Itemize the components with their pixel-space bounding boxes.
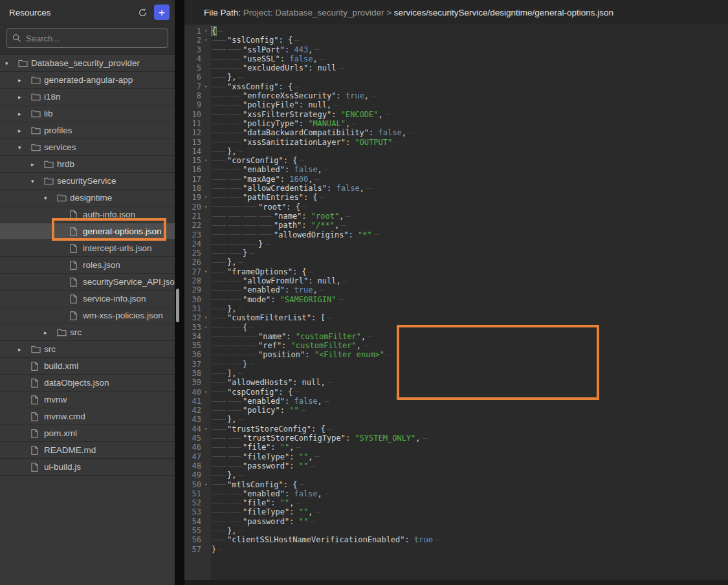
code-line[interactable]: 33▾{ [184,323,728,332]
code-line[interactable]: 40▾"cspConfig": { [184,388,728,397]
tree-item-database-security-provider[interactable]: ▾Database_security_provider [0,55,175,72]
code-line[interactable]: 53"fileType": "", [184,507,728,516]
code-line[interactable]: 22"path": "/**", [184,221,728,230]
chevron-right-icon[interactable]: ▸ [18,111,31,117]
code-line[interactable]: 50▾"mtlsConfig": { [184,480,728,489]
code-line[interactable]: 55}, [184,526,728,535]
code-line[interactable]: 16"enabled": false, [184,165,728,174]
tree-item-securityservice-api-json[interactable]: securityService_API.json [0,274,175,291]
tree-item-mvnw[interactable]: mvnw [0,392,175,408]
code-line[interactable]: 31}, [184,304,728,313]
code-line[interactable]: 34"name": "customFilter", [184,332,728,341]
code-line[interactable]: 43}, [184,415,728,424]
tree-item-designtime[interactable]: ▾designtime [0,190,175,206]
code-line[interactable]: 30"mode": "SAMEORIGIN" [184,295,728,304]
tree-item-services[interactable]: ▾services [0,139,175,156]
chevron-down-icon[interactable]: ▾ [5,60,18,67]
fold-marker-icon[interactable]: ▾ [201,323,210,332]
tree-item-pom-xml[interactable]: pom.xml [0,425,175,442]
tree-item-i18n[interactable]: ▸i18n [0,89,175,105]
chevron-right-icon[interactable]: ▸ [18,127,31,134]
code-line[interactable]: 39"allowedHosts": null, [184,378,728,387]
code-line[interactable]: 37} [184,360,728,369]
fold-marker-icon[interactable]: ▾ [201,193,210,202]
code-line[interactable]: 13"xssSanitizationLayer": "OUTPUT" [184,138,728,147]
chevron-right-icon[interactable]: ▸ [18,346,31,353]
code-line[interactable]: 32▾"customFilterList": [ [184,313,728,322]
code-line[interactable]: 15▾"corsConfig": { [184,156,728,165]
tree-item-lib[interactable]: ▸lib [0,105,175,122]
code-editor[interactable]: 1▾{2▾"sslConfig": {3"sslPort": 443,4"use… [184,25,728,585]
code-line[interactable]: 23"allowedOrigins": "*" [184,230,728,239]
code-line[interactable]: 56"clientSSLHostNameVerificationEnabled"… [184,535,728,544]
fold-marker-icon[interactable]: ▾ [201,156,210,165]
tree-item-generated-angular-app[interactable]: ▸generated-angular-app [0,72,175,89]
code-line[interactable]: 49}, [184,470,728,480]
tree-item-auth-info-json[interactable]: auth-info.json [0,206,175,223]
fold-marker-icon[interactable]: ▾ [201,27,210,36]
code-line[interactable]: 3"sslPort": 443, [184,45,728,54]
chevron-down-icon[interactable]: ▾ [31,178,44,184]
chevron-right-icon[interactable]: ▸ [18,77,31,83]
tree-scrollbar-thumb[interactable] [176,289,179,322]
code-line[interactable]: 14}, [184,147,728,156]
code-line[interactable]: 42"policy": "" [184,406,728,415]
code-line[interactable]: 1▾{ [184,27,728,36]
code-line[interactable]: 35"ref": "customFilter", [184,341,728,350]
fold-marker-icon[interactable]: ▾ [201,267,210,276]
fold-marker-icon[interactable]: ▾ [201,36,210,45]
tree-item-ui-build-js[interactable]: ui-build.js [0,459,175,476]
tree-item-dataobjects-json[interactable]: dataObjects.json [0,375,175,392]
code-line[interactable]: 2▾"sslConfig": { [184,36,728,45]
tree-item-hrdb[interactable]: ▸hrdb [0,156,175,173]
fold-marker-icon[interactable]: ▾ [201,82,210,91]
code-line[interactable]: 48"password": "" [184,461,728,470]
chevron-right-icon[interactable]: ▸ [44,329,57,336]
chevron-down-icon[interactable]: ▾ [18,144,31,151]
code-line[interactable]: 9"policyFile": null, [184,100,728,109]
tree-item-service-info-json[interactable]: service-info.json [0,291,175,307]
code-line[interactable]: 44▾"trustStoreConfig": { [184,425,728,434]
fold-marker-icon[interactable]: ▾ [201,425,210,434]
code-line[interactable]: 45"trustStoreConfigType": "SYSTEM_ONLY", [184,434,728,443]
code-line[interactable]: 38], [184,369,728,378]
tree-item-src[interactable]: ▸src [0,341,175,358]
add-resource-button[interactable]: + [154,5,170,20]
chevron-right-icon[interactable]: ▸ [18,94,31,100]
code-line[interactable]: 11"policyType": "MANUAL", [184,119,728,128]
refresh-button[interactable] [135,5,150,20]
code-line[interactable]: 17"maxAge": 1600, [184,175,728,184]
chevron-right-icon[interactable]: ▸ [31,161,44,168]
code-line[interactable]: 29"enabled": true, [184,285,728,294]
tree-item-src[interactable]: ▸src [0,324,175,341]
tree-item-wm-xss-policies-json[interactable]: wm-xss-policies.json [0,307,175,324]
code-line[interactable]: 54"password": "" [184,517,728,526]
tree-item-build-xml[interactable]: build.xml [0,358,175,375]
code-line[interactable]: 21"name": "root", [184,212,728,221]
code-line[interactable]: 28"allowFromUrl": null, [184,276,728,285]
code-line[interactable]: 25} [184,248,728,258]
code-line[interactable]: 10"xssFilterStrategy": "ENCODE", [184,110,728,119]
code-line[interactable]: 19▾"pathEntries": { [184,193,728,202]
fold-marker-icon[interactable]: ▾ [201,480,210,489]
tree-item-general-options-json[interactable]: general-options.json [0,223,175,240]
search-input[interactable] [26,34,162,43]
code-line[interactable]: 26}, [184,258,728,267]
fold-marker-icon[interactable]: ▾ [201,313,210,322]
tree-item-intercept-urls-json[interactable]: intercept-urls.json [0,240,175,257]
code-line[interactable]: 36"position": "<Filter enum>" [184,350,728,359]
code-line[interactable]: 6}, [184,72,728,82]
tree-item-readme-md[interactable]: README.md [0,442,175,459]
code-line[interactable]: 41"enabled": false, [184,397,728,406]
code-line[interactable]: 18"allowCredentials": false, [184,184,728,193]
code-line[interactable]: 51"enabled": false, [184,489,728,498]
tree-item-securityservice[interactable]: ▾securityService [0,173,175,190]
code-line[interactable]: 46"file": "", [184,443,728,452]
code-line[interactable]: 7▾"xssConfig": { [184,82,728,91]
tree-item-roles-json[interactable]: roles.json [0,257,175,274]
code-line[interactable]: 4"useSSL": false, [184,54,728,63]
code-line[interactable]: 24} [184,239,728,248]
code-line[interactable]: 12"dataBackwardCompatibility": false, [184,128,728,137]
fold-marker-icon[interactable]: ▾ [201,203,210,212]
code-line[interactable]: 47"fileType": "", [184,452,728,461]
